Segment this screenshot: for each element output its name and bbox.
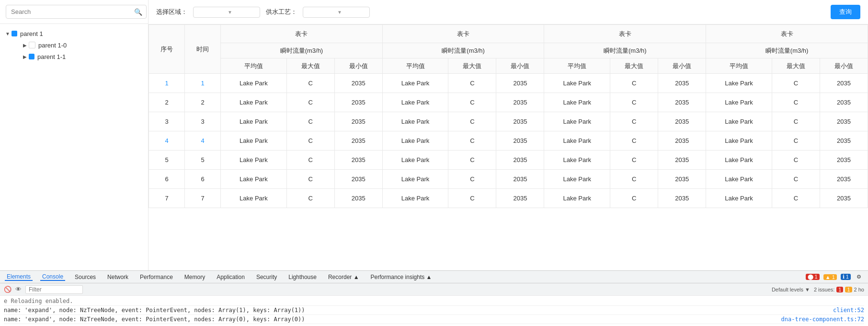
select-area-label: 选择区域： [156, 8, 187, 16]
cell-g0-v1: C [286, 74, 334, 93]
tab-network[interactable]: Network [105, 274, 130, 280]
cell-g1-v1: C [448, 112, 496, 131]
cell-g2-v2: 2035 [658, 189, 706, 208]
tree-children: ▶ parent 1-0 ▶ parent 1-1 [0, 39, 148, 62]
tab-lighthouse[interactable]: Lighthouse [286, 274, 319, 280]
cell-time: 2 [185, 93, 221, 112]
console-area: 🚫 👁 Default levels ▼ 2 issues: 1 1 2 ho … [0, 283, 868, 326]
cell-g2-v0: Lake Park [544, 112, 610, 131]
tab-application[interactable]: Application [215, 274, 247, 280]
tab-perf-insights[interactable]: Performance insights ▲ [369, 274, 434, 280]
cell-g0-v2: 2035 [334, 93, 382, 112]
cell-g0-v0: Lake Park [221, 74, 287, 93]
tab-security[interactable]: Security [254, 274, 279, 280]
cell-g3-v0: Lake Park [706, 131, 772, 151]
tree-checkbox-child0[interactable] [29, 42, 35, 48]
cell-g3-v1: C [772, 170, 820, 189]
cell-g0-v0: Lake Park [221, 170, 287, 189]
cell-g2-v2: 2035 [658, 112, 706, 131]
error-badge: ⬤ 1 [806, 274, 820, 280]
tree-label-child0: parent 1-0 [38, 42, 67, 49]
search-icon[interactable]: 🔍 [134, 8, 142, 16]
cell-g3-v1: C [772, 151, 820, 170]
cell-g2-v0: Lake Park [544, 93, 610, 112]
cell-time[interactable]: 4 [185, 131, 221, 151]
tab-elements[interactable]: Elements [5, 273, 33, 281]
cell-g1-v2: 2035 [496, 131, 544, 151]
console-source-1[interactable]: client:52 [833, 307, 864, 314]
group-4: 表卡 [706, 25, 868, 43]
eye-icon[interactable]: 👁 [15, 286, 22, 293]
console-source-2[interactable]: dna-tree-component.ts:72 [781, 316, 864, 323]
cell-g2-v0: Lake Park [544, 151, 610, 170]
tree-node-child0[interactable]: ▶ parent 1-0 [10, 39, 148, 51]
cell-g0-v1: C [286, 112, 334, 131]
cell-g1-v0: Lake Park [382, 112, 448, 131]
cell-index: 6 [149, 170, 185, 189]
cell-index[interactable]: 1 [149, 74, 185, 93]
tree-toggle-child0[interactable]: ▶ [21, 41, 29, 49]
cell-g2-v1: C [610, 74, 658, 93]
group-3: 表卡 [544, 25, 706, 43]
data-table: 序号 时间 表卡 表卡 表卡 表卡 瞬时流量(m3/h) 瞬时流量(m3/h) … [148, 24, 868, 208]
cell-index[interactable]: 4 [149, 131, 185, 151]
tab-console[interactable]: Console [40, 273, 65, 281]
tab-memory[interactable]: Memory [183, 274, 207, 280]
tree-area: ▼ parent 1 ▶ parent 1-0 ▶ parent 1-1 [0, 24, 148, 270]
cell-g3-v0: Lake Park [706, 189, 772, 208]
info-badge: ℹ 1 [841, 274, 851, 280]
cell-g1-v2: 2035 [496, 74, 544, 93]
cell-g1-v0: Lake Park [382, 170, 448, 189]
select-area-dropdown[interactable]: ▼ [193, 7, 260, 18]
cell-g3-v2: 2035 [820, 189, 868, 208]
cell-g3-v1: C [772, 74, 820, 93]
detail-3-max: 最大值 [610, 58, 658, 74]
cell-time[interactable]: 1 [185, 74, 221, 93]
cell-g1-v1: C [448, 74, 496, 93]
table-row: 11Lake ParkC2035Lake ParkC2035Lake ParkC… [149, 74, 868, 93]
tab-recorder[interactable]: Recorder ▲ [326, 274, 361, 280]
cell-g2-v2: 2035 [658, 170, 706, 189]
default-levels[interactable]: Default levels ▼ [772, 287, 810, 292]
cell-time: 7 [185, 189, 221, 208]
detail-1-avg: 平均值 [221, 58, 287, 74]
cell-time: 6 [185, 170, 221, 189]
tree-icon-root [11, 31, 17, 36]
table-row: 44Lake ParkC2035Lake ParkC2035Lake ParkC… [149, 131, 868, 151]
issues-info: 2 issues: 1 1 2 ho [814, 287, 864, 292]
tab-performance[interactable]: Performance [138, 274, 175, 280]
cell-g1-v2: 2035 [496, 112, 544, 131]
table-row: 66Lake ParkC2035Lake ParkC2035Lake ParkC… [149, 170, 868, 189]
cell-g0-v1: C [286, 93, 334, 112]
detail-2-max: 最大值 [448, 58, 496, 74]
cell-g0-v0: Lake Park [221, 189, 287, 208]
cell-g3-v0: Lake Park [706, 151, 772, 170]
detail-2-avg: 平均值 [382, 58, 448, 74]
cell-g2-v1: C [610, 112, 658, 131]
col-index: 序号 [149, 25, 185, 74]
tree-node-root[interactable]: ▼ parent 1 [0, 28, 148, 39]
cell-g1-v2: 2035 [496, 93, 544, 112]
devtools-bar: Elements Console Sources Network Perform… [0, 270, 868, 283]
warn-badge: ▲ 1 [823, 274, 837, 280]
query-button[interactable]: 查询 [831, 5, 860, 19]
cell-g2-v2: 2035 [658, 131, 706, 151]
tree-icon-child1 [29, 54, 34, 59]
cell-index: 2 [149, 93, 185, 112]
tree-node-child1[interactable]: ▶ parent 1-1 [10, 51, 148, 62]
search-input[interactable] [6, 5, 147, 19]
console-messages: e Reloading enabled. name: 'expand', nod… [0, 296, 868, 326]
tab-sources[interactable]: Sources [73, 274, 98, 280]
tree-toggle-root[interactable]: ▼ [4, 30, 11, 37]
cell-g3-v2: 2035 [820, 170, 868, 189]
issues-err: 1 [836, 287, 843, 292]
cell-g3-v2: 2035 [820, 151, 868, 170]
cell-g0-v2: 2035 [334, 170, 382, 189]
block-icon[interactable]: 🚫 [4, 286, 11, 293]
cell-g0-v1: C [286, 189, 334, 208]
gear-icon[interactable]: ⚙ [855, 274, 863, 280]
cell-g0-v0: Lake Park [221, 93, 287, 112]
tree-toggle-child1[interactable]: ▶ [21, 53, 29, 60]
console-filter-input[interactable] [25, 285, 83, 294]
select-water-dropdown[interactable]: ▼ [303, 7, 370, 18]
